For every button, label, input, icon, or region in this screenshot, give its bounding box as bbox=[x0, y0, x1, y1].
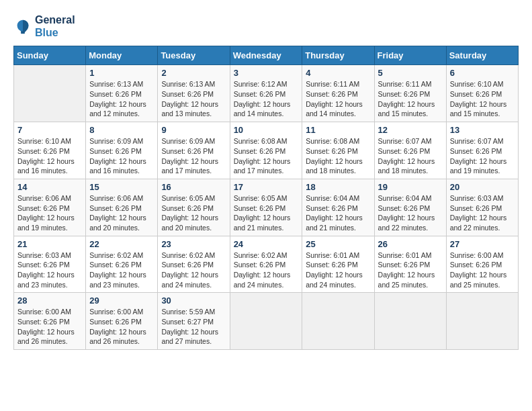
calendar-cell: 27Sunrise: 6:00 AM Sunset: 6:26 PM Dayli… bbox=[446, 236, 518, 293]
sunset: Sunset: 6:26 PM bbox=[306, 147, 358, 155]
calendar-cell: 15Sunrise: 6:06 AM Sunset: 6:26 PM Dayli… bbox=[86, 179, 158, 236]
daylight-minutes: and 17 minutes. bbox=[234, 167, 284, 175]
week-row-2: 7Sunrise: 6:10 AM Sunset: 6:26 PM Daylig… bbox=[14, 122, 519, 179]
weekday-header-monday: Monday bbox=[86, 46, 158, 65]
day-number: 2 bbox=[161, 68, 226, 78]
calendar-cell: 1Sunrise: 6:13 AM Sunset: 6:26 PM Daylig… bbox=[86, 65, 158, 122]
logo-text: General Blue bbox=[35, 13, 75, 39]
sunrise: Sunrise: 6:10 AM bbox=[17, 137, 71, 145]
day-number: 27 bbox=[450, 239, 515, 249]
daylight-minutes: and 20 minutes. bbox=[89, 224, 140, 232]
sunset: Sunset: 6:26 PM bbox=[17, 147, 70, 155]
day-number: 3 bbox=[234, 68, 299, 78]
daylight-minutes: and 24 minutes. bbox=[161, 281, 212, 289]
daylight: Daylight: 12 hours bbox=[306, 271, 363, 279]
week-row-3: 14Sunrise: 6:06 AM Sunset: 6:26 PM Dayli… bbox=[14, 179, 519, 236]
sunrise: Sunrise: 6:07 AM bbox=[450, 137, 504, 145]
sunrise: Sunrise: 6:13 AM bbox=[89, 80, 143, 88]
sunset: Sunset: 6:26 PM bbox=[161, 204, 214, 212]
calendar-cell: 9Sunrise: 6:09 AM Sunset: 6:26 PM Daylig… bbox=[158, 122, 230, 179]
logo: General Blue bbox=[13, 13, 75, 39]
sunrise: Sunrise: 6:13 AM bbox=[161, 80, 215, 88]
calendar-cell bbox=[374, 293, 446, 350]
daylight: Daylight: 12 hours bbox=[17, 214, 75, 222]
sunrise: Sunrise: 6:12 AM bbox=[234, 80, 287, 88]
sunset: Sunset: 6:26 PM bbox=[234, 261, 286, 269]
daylight-minutes: and 25 minutes. bbox=[450, 281, 500, 289]
calendar-cell: 11Sunrise: 6:08 AM Sunset: 6:26 PM Dayli… bbox=[302, 122, 374, 179]
day-info: Sunrise: 6:03 AM Sunset: 6:26 PM Dayligh… bbox=[450, 193, 515, 233]
sunrise: Sunrise: 6:05 AM bbox=[234, 194, 287, 202]
daylight: Daylight: 12 hours bbox=[234, 271, 291, 279]
calendar-cell: 28Sunrise: 6:00 AM Sunset: 6:26 PM Dayli… bbox=[14, 293, 86, 350]
calendar-cell: 18Sunrise: 6:04 AM Sunset: 6:26 PM Dayli… bbox=[302, 179, 374, 236]
weekday-header-sunday: Sunday bbox=[14, 46, 86, 65]
daylight: Daylight: 12 hours bbox=[306, 100, 363, 108]
day-info: Sunrise: 6:02 AM Sunset: 6:26 PM Dayligh… bbox=[234, 250, 299, 290]
day-info: Sunrise: 6:11 AM Sunset: 6:26 PM Dayligh… bbox=[306, 79, 370, 119]
daylight-minutes: and 23 minutes. bbox=[17, 281, 68, 289]
daylight: Daylight: 12 hours bbox=[17, 157, 75, 165]
day-info: Sunrise: 6:00 AM Sunset: 6:26 PM Dayligh… bbox=[17, 307, 82, 347]
calendar-cell: 8Sunrise: 6:09 AM Sunset: 6:26 PM Daylig… bbox=[86, 122, 158, 179]
day-info: Sunrise: 6:02 AM Sunset: 6:26 PM Dayligh… bbox=[161, 250, 226, 290]
calendar-cell: 14Sunrise: 6:06 AM Sunset: 6:26 PM Dayli… bbox=[14, 179, 86, 236]
daylight: Daylight: 12 hours bbox=[450, 100, 507, 108]
day-info: Sunrise: 6:06 AM Sunset: 6:26 PM Dayligh… bbox=[17, 193, 82, 233]
daylight: Daylight: 12 hours bbox=[378, 157, 435, 165]
sunset: Sunset: 6:26 PM bbox=[161, 261, 214, 269]
weekday-header-wednesday: Wednesday bbox=[230, 46, 302, 65]
sunrise: Sunrise: 6:02 AM bbox=[234, 251, 287, 259]
day-info: Sunrise: 5:59 AM Sunset: 6:27 PM Dayligh… bbox=[161, 307, 226, 347]
day-info: Sunrise: 6:05 AM Sunset: 6:26 PM Dayligh… bbox=[161, 193, 226, 233]
sunset: Sunset: 6:26 PM bbox=[234, 90, 286, 98]
day-info: Sunrise: 6:06 AM Sunset: 6:26 PM Dayligh… bbox=[89, 193, 154, 233]
daylight-minutes: and 13 minutes. bbox=[161, 109, 212, 118]
day-number: 25 bbox=[306, 239, 370, 249]
sunset: Sunset: 6:26 PM bbox=[306, 261, 358, 269]
daylight-minutes: and 26 minutes. bbox=[17, 337, 68, 345]
daylight-minutes: and 26 minutes. bbox=[89, 337, 140, 345]
sunrise: Sunrise: 6:06 AM bbox=[17, 194, 71, 202]
sunrise: Sunrise: 6:07 AM bbox=[378, 137, 432, 145]
calendar-cell: 21Sunrise: 6:03 AM Sunset: 6:26 PM Dayli… bbox=[14, 236, 86, 293]
sunset: Sunset: 6:26 PM bbox=[306, 90, 358, 98]
sunset: Sunset: 6:26 PM bbox=[234, 204, 286, 212]
day-info: Sunrise: 6:07 AM Sunset: 6:26 PM Dayligh… bbox=[450, 136, 515, 176]
day-info: Sunrise: 6:08 AM Sunset: 6:26 PM Dayligh… bbox=[306, 136, 370, 176]
daylight: Daylight: 12 hours bbox=[89, 271, 146, 279]
calendar-cell bbox=[446, 293, 518, 350]
calendar-cell: 13Sunrise: 6:07 AM Sunset: 6:26 PM Dayli… bbox=[446, 122, 518, 179]
day-number: 29 bbox=[89, 295, 154, 306]
daylight: Daylight: 12 hours bbox=[89, 214, 146, 222]
day-info: Sunrise: 6:09 AM Sunset: 6:26 PM Dayligh… bbox=[89, 136, 154, 176]
page-header: General Blue bbox=[13, 13, 519, 39]
calendar-cell: 30Sunrise: 5:59 AM Sunset: 6:27 PM Dayli… bbox=[158, 293, 230, 350]
day-number: 6 bbox=[450, 68, 515, 78]
day-number: 11 bbox=[306, 125, 370, 135]
day-number: 12 bbox=[378, 125, 443, 135]
day-info: Sunrise: 6:08 AM Sunset: 6:26 PM Dayligh… bbox=[234, 136, 299, 176]
day-number: 7 bbox=[17, 125, 82, 135]
sunset: Sunset: 6:26 PM bbox=[89, 147, 142, 155]
daylight-minutes: and 14 minutes. bbox=[306, 109, 356, 118]
day-number: 18 bbox=[306, 182, 370, 192]
sunset: Sunset: 6:26 PM bbox=[89, 90, 142, 98]
day-number: 15 bbox=[89, 182, 154, 192]
day-info: Sunrise: 6:00 AM Sunset: 6:26 PM Dayligh… bbox=[89, 307, 154, 347]
daylight: Daylight: 12 hours bbox=[17, 271, 75, 279]
daylight: Daylight: 12 hours bbox=[450, 271, 507, 279]
calendar-cell: 25Sunrise: 6:01 AM Sunset: 6:26 PM Dayli… bbox=[302, 236, 374, 293]
sunset: Sunset: 6:26 PM bbox=[450, 261, 502, 269]
daylight-minutes: and 22 minutes. bbox=[378, 224, 429, 232]
sunset: Sunset: 6:26 PM bbox=[378, 147, 431, 155]
day-info: Sunrise: 6:07 AM Sunset: 6:26 PM Dayligh… bbox=[378, 136, 443, 176]
day-info: Sunrise: 6:10 AM Sunset: 6:26 PM Dayligh… bbox=[17, 136, 82, 176]
sunrise: Sunrise: 6:03 AM bbox=[450, 194, 504, 202]
week-row-4: 21Sunrise: 6:03 AM Sunset: 6:26 PM Dayli… bbox=[14, 236, 519, 293]
daylight: Daylight: 12 hours bbox=[161, 157, 218, 165]
daylight: Daylight: 12 hours bbox=[450, 214, 507, 222]
calendar-cell: 2Sunrise: 6:13 AM Sunset: 6:26 PM Daylig… bbox=[158, 65, 230, 122]
sunrise: Sunrise: 6:01 AM bbox=[378, 251, 432, 259]
sunset: Sunset: 6:26 PM bbox=[378, 204, 431, 212]
